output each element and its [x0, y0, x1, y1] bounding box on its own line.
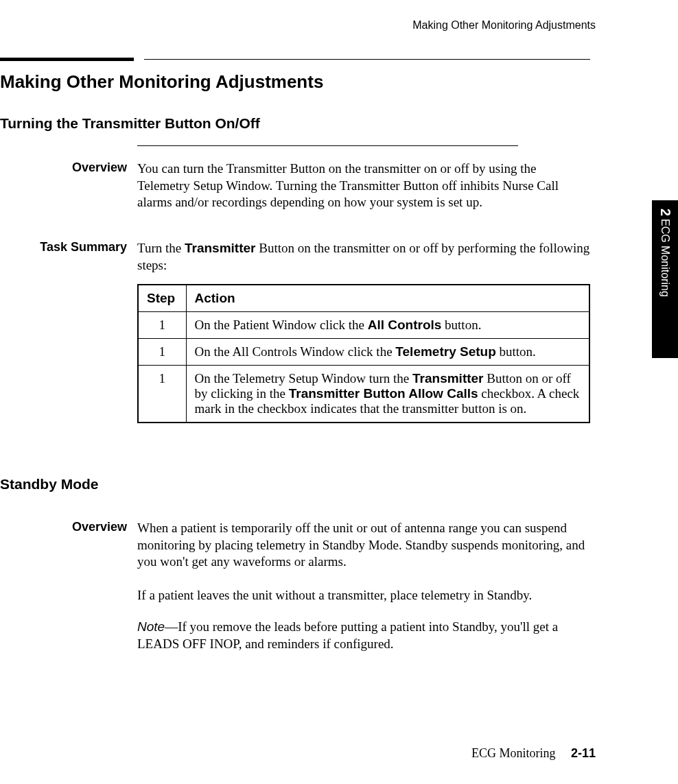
task-summary-body: Turn the Transmitter Button on the trans…: [137, 240, 590, 274]
standby-overview-body: When a patient is temporarily off the un…: [137, 520, 590, 571]
standby-paragraph: If a patient leaves the unit without a t…: [137, 587, 590, 604]
table-row: 1 On the Telemetry Setup Window turn the…: [138, 366, 589, 423]
footer-page-number: 2-11: [571, 746, 596, 760]
page-title: Making Other Monitoring Adjustments: [0, 71, 323, 93]
step-number: 1: [138, 339, 186, 366]
overview-label: Overview: [0, 520, 127, 534]
section-heading-standby: Standby Mode: [0, 476, 99, 492]
overview-label: Overview: [0, 161, 127, 175]
text: Turn the: [137, 241, 185, 255]
telemetry-setup-bold: Telemetry Setup: [395, 344, 495, 359]
text: On the Patient Window click the: [195, 318, 368, 332]
overview-body: You can turn the Transmitter Button on t…: [137, 161, 590, 211]
col-step-header: Step: [138, 285, 186, 312]
all-controls-bold: All Controls: [368, 318, 442, 332]
step-action: On the All Controls Window click the Tel…: [186, 339, 589, 366]
col-action-header: Action: [186, 285, 589, 312]
standby-note: Note—If you remove the leads before putt…: [137, 619, 590, 652]
allow-calls-bold: Transmitter Button Allow Calls: [289, 386, 478, 401]
text: On the Telemetry Setup Window turn the: [195, 371, 413, 385]
step-number: 1: [138, 312, 186, 339]
step-number: 1: [138, 366, 186, 423]
chapter-tab: 2 ECG Monitoring: [652, 200, 678, 358]
text: On the All Controls Window click the: [195, 344, 396, 359]
section-heading-transmitter: Turning the Transmitter Button On/Off: [0, 115, 260, 132]
page-footer: ECG Monitoring 2-11: [471, 746, 596, 761]
divider: [137, 145, 518, 146]
transmitter-bold: Transmitter: [412, 371, 483, 385]
text: button.: [496, 344, 536, 359]
task-summary-label: Task Summary: [0, 240, 127, 254]
table-row: 1 On the All Controls Window click the T…: [138, 339, 589, 366]
rule-thick: [0, 58, 134, 61]
steps-table: Step Action 1 On the Patient Window clic…: [137, 284, 590, 423]
note-dash: —: [165, 619, 178, 634]
section-rule: [0, 58, 590, 64]
step-action: On the Patient Window click the All Cont…: [186, 312, 589, 339]
step-action: On the Telemetry Setup Window turn the T…: [186, 366, 589, 423]
footer-title: ECG Monitoring: [471, 746, 556, 760]
table-row: 1 On the Patient Window click the All Co…: [138, 312, 589, 339]
note-label: Note: [137, 619, 165, 634]
chapter-number: 2: [657, 209, 673, 216]
text: button.: [441, 318, 481, 332]
note-body: If you remove the leads before putting a…: [137, 619, 558, 651]
transmitter-bold: Transmitter: [185, 241, 255, 255]
rule-thin: [144, 59, 590, 60]
running-header: Making Other Monitoring Adjustments: [412, 19, 596, 32]
chapter-title: ECG Monitoring: [659, 219, 671, 297]
